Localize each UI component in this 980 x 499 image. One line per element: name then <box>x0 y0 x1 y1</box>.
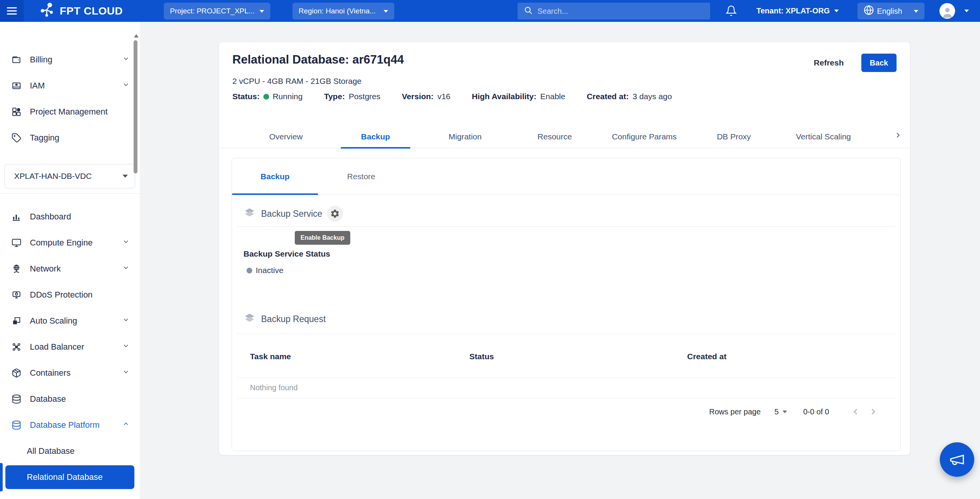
region-selector[interactable]: Region: Hanoi (Vietna... <box>292 3 394 20</box>
nodes-icon <box>11 342 21 352</box>
sidebar-item-load-balancer[interactable]: Load Balancer <box>0 334 140 360</box>
monitor-icon <box>11 238 21 248</box>
active-item-indicator <box>0 463 3 491</box>
column-created-at: Created at <box>687 349 882 364</box>
back-button[interactable]: Back <box>861 54 897 72</box>
chevron-down-icon <box>122 238 130 248</box>
sidebar-item-network[interactable]: Network <box>0 256 140 282</box>
enable-backup-tooltip: Enable Backup <box>295 231 350 245</box>
sidebar-item-iam[interactable]: IAM <box>0 73 140 99</box>
table-pagination: Rows per page 5 0-0 of 0 <box>709 403 882 420</box>
tab-resource[interactable]: Resource <box>510 126 599 148</box>
tenant-selector[interactable]: Tenant: XPLAT-ORG <box>756 0 839 22</box>
sidebar-item-label: DDoS Protection <box>30 290 93 300</box>
sidebar-item-dashboard[interactable]: Dashboard <box>0 204 140 230</box>
scrollbar-up-arrow[interactable] <box>134 34 139 38</box>
global-search[interactable] <box>518 3 710 20</box>
sidebar-item-containers[interactable]: Containers <box>0 360 140 386</box>
chevron-down-icon <box>122 264 130 274</box>
chevron-down-icon[interactable] <box>964 10 969 12</box>
sidebar-item-label: Load Balancer <box>30 342 84 352</box>
tab-migration[interactable]: Migration <box>420 126 510 148</box>
database-icon <box>11 420 21 430</box>
sidebar-item-database[interactable]: Database <box>0 386 140 412</box>
sidebar-item-all-database[interactable]: All Database <box>0 438 140 464</box>
sidebar-item-label: Dashboard <box>30 212 71 222</box>
notifications-button[interactable] <box>725 5 737 18</box>
sidebar-item-label: Compute Engine <box>30 238 93 248</box>
previous-page-button[interactable] <box>851 407 861 417</box>
sidebar-item-compute-engine[interactable]: Compute Engine <box>0 230 140 256</box>
type-value: Postgres <box>349 92 381 101</box>
brand-logo-text: FPT CLOUD <box>60 5 123 17</box>
sidebar-item-label: Project Management <box>30 107 108 117</box>
sidebar-item-ddos-protection[interactable]: DDoS Protection <box>0 282 140 308</box>
next-page-button[interactable] <box>868 407 878 417</box>
sidebar-item-label: IAM <box>30 81 45 91</box>
chevron-down-icon <box>384 10 388 13</box>
brand-logo[interactable]: FPT CLOUD <box>38 0 123 22</box>
chevron-down-icon <box>782 411 787 413</box>
user-avatar[interactable] <box>939 3 955 19</box>
column-task-name: Task name <box>250 349 469 364</box>
chevron-down-icon <box>122 175 128 178</box>
layers-icon <box>243 312 256 326</box>
vdc-selector[interactable]: XPLAT-HAN-DB-VDC <box>5 164 135 188</box>
backup-service-status-value: Inactive <box>247 266 283 275</box>
search-input[interactable] <box>537 7 704 16</box>
rows-per-page-value: 5 <box>774 407 779 416</box>
backup-service-section-header: Backup Service <box>243 206 343 222</box>
announcements-fab[interactable] <box>940 442 974 477</box>
menu-button[interactable] <box>0 0 24 22</box>
language-selector[interactable]: English <box>858 3 924 20</box>
hamburger-icon <box>7 7 17 15</box>
rows-per-page-select[interactable]: 5 <box>774 407 787 416</box>
status-inactive-dot <box>247 268 252 273</box>
sidebar-item-database-platform[interactable]: Database Platform <box>0 412 140 438</box>
bell-icon <box>725 5 737 16</box>
chevron-down-icon <box>122 81 130 91</box>
subtab-restore[interactable]: Restore <box>318 158 404 195</box>
chevron-down-icon <box>122 368 130 378</box>
sidebar-item-project-management[interactable]: Project Management <box>0 99 140 125</box>
sidebar-item-relational-database[interactable]: Relational Database <box>5 465 134 489</box>
ha-value: Enable <box>540 92 565 101</box>
tab-overview[interactable]: Overview <box>241 126 331 148</box>
subtab-backup[interactable]: Backup <box>232 158 318 195</box>
sidebar-item-label: All Database <box>27 446 75 456</box>
database-detail-card: Relational Database: ar671q44 Refresh Ba… <box>219 42 910 455</box>
backup-request-title: Backup Request <box>261 314 326 324</box>
instance-specs: 2 vCPU - 4GB RAM - 21GB Storage <box>232 77 361 86</box>
project-selector[interactable]: Project: PROJECT_XPL... <box>164 3 270 20</box>
sidebar-item-label: Tagging <box>30 133 59 143</box>
vdc-selector-value: XPLAT-HAN-DB-VDC <box>14 172 122 181</box>
status-running-dot <box>263 94 269 100</box>
table-divider <box>237 398 895 398</box>
page-title: Relational Database: ar671q44 <box>232 53 404 67</box>
sidebar-item-auto-scaling[interactable]: Auto Scaling <box>0 308 140 334</box>
backup-settings-button[interactable] <box>327 206 343 222</box>
backup-panel: Backup Restore Backup Service Enable Bac… <box>232 158 901 451</box>
backup-service-title: Backup Service <box>261 209 322 219</box>
tab-vertical-scaling[interactable]: Vertical Scaling <box>779 126 868 148</box>
tabs-scroll-right-button[interactable] <box>894 131 902 141</box>
section-divider <box>237 226 895 227</box>
table-divider <box>237 378 895 378</box>
chevron-up-icon <box>122 420 130 430</box>
layers-icon <box>243 207 256 221</box>
tab-configure-params[interactable]: Configure Params <box>599 126 689 148</box>
sidebar-item-label: Billing <box>30 55 52 65</box>
sidebar-item-label: Database <box>30 394 66 404</box>
grid-project-icon <box>11 107 21 117</box>
search-icon <box>524 6 533 17</box>
refresh-button[interactable]: Refresh <box>814 58 844 67</box>
sidebar-item-tagging[interactable]: Tagging <box>0 125 140 151</box>
sidebar-item-non-relational-database[interactable]: Non-Relational Database <box>0 490 140 499</box>
backup-service-status-label: Backup Service Status <box>243 249 330 258</box>
tab-db-proxy[interactable]: DB Proxy <box>689 126 779 148</box>
sidebar-item-billing[interactable]: Billing <box>0 47 140 73</box>
version-value: v16 <box>438 92 451 101</box>
sidebar-scrollbar[interactable] <box>134 40 137 173</box>
chevron-down-icon <box>122 316 130 326</box>
tab-backup[interactable]: Backup <box>331 126 420 148</box>
